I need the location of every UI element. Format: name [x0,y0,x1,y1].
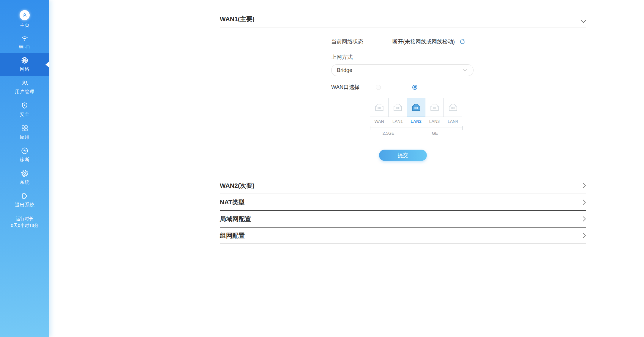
sidebar-item-label: 诊断 [20,157,30,163]
port-lan3[interactable] [425,98,444,117]
refresh-status-button[interactable] [459,38,466,45]
router-admin-page: 主页 Wi-Fi 网络 [0,0,644,337]
section-title: 局域网配置 [220,215,251,223]
wan-port-select-label: WAN口选择 [331,84,376,91]
sidebar-item-label: Wi-Fi [19,44,31,50]
chevron-right-icon [583,233,586,238]
rj45-port-icon [373,102,385,113]
rj45-port-icon [410,102,422,113]
chevron-right-icon [583,183,586,188]
internet-mode-select[interactable]: Bridge [331,64,473,76]
sidebar-item-user-management[interactable]: 用户管理 [0,76,49,98]
lan2-port-radio[interactable] [412,85,417,90]
sidebar-item-network[interactable]: 网络 [0,53,49,76]
section-list: WAN2(次要) NAT类型 局域网配置 组网配置 [220,178,586,244]
globe-icon [21,57,29,64]
rj45-port-icon [429,102,441,113]
section-wan2[interactable]: WAN2(次要) [220,178,586,194]
speed-group-labels: 2.5GE GE [370,131,463,136]
wan1-panel-header[interactable]: WAN1(主要) [220,0,586,27]
sidebar-item-system[interactable]: 系统 [0,166,49,189]
sidebar-item-logout[interactable]: 退出系统 [0,189,49,211]
wifi-icon [21,35,29,42]
rj45-port-icon [447,102,459,113]
uptime-label: 运行时长 [0,215,49,222]
wan-port-radio[interactable] [376,85,381,90]
port-lan2-selected[interactable] [407,98,425,117]
port-label-lan4: LAN4 [443,119,462,124]
section-mesh-config[interactable]: 组网配置 [220,228,586,244]
section-nat-type[interactable]: NAT类型 [220,194,586,211]
section-title: NAT类型 [220,198,245,206]
sidebar-item-label: 网络 [20,66,30,73]
chevron-down-icon[interactable] [581,20,586,23]
network-status-value: 断开(未接网线或网线松动) [392,38,455,45]
sidebar-item-label: 系统 [20,179,30,186]
wan-port-select-row: WAN口选择 [331,84,586,90]
chevron-down-icon [463,69,467,72]
refresh-icon [459,38,466,45]
sidebar-item-home[interactable]: 主页 [0,8,49,31]
sidebar-item-applications[interactable]: 应用 [0,121,49,144]
users-icon [21,79,29,87]
sidebar-item-label: 退出系统 [15,202,34,208]
logout-icon [21,192,29,200]
port-labels: WAN LAN1 LAN2 LAN3 LAN4 [370,119,463,124]
port-label-wan: WAN [370,119,389,124]
sidebar-item-label: 安全 [20,112,30,118]
sidebar-nav: 主页 Wi-Fi 网络 [0,0,49,211]
section-lan-config[interactable]: 局域网配置 [220,211,586,228]
port-label-lan2: LAN2 [407,119,425,124]
chevron-right-icon [583,200,586,205]
sidebar-item-label: 应用 [20,134,30,140]
section-title: 组网配置 [220,231,245,240]
sidebar-item-security[interactable]: 安全 [0,98,49,121]
uptime-value: 0天0小时13分 [0,222,49,229]
port-lan1[interactable] [388,98,407,117]
speed-label-ge: GE [407,131,463,136]
sidebar: 主页 Wi-Fi 网络 [0,0,49,337]
wan1-panel-title: WAN1(主要) [220,15,255,23]
sidebar-item-diagnostics[interactable]: 诊断 [0,144,49,166]
gear-icon [21,170,29,177]
section-title: WAN2(次要) [220,181,255,190]
port-label-lan3: LAN3 [425,119,444,124]
port-selector: WAN LAN1 LAN2 LAN3 LAN4 2.5GE GE [370,98,463,136]
submit-button[interactable]: 提交 [379,150,427,161]
sidebar-item-wifi[interactable]: Wi-Fi [0,31,49,53]
main-content: WAN1(主要) 当前网络状态 断开(未接网线或网线松动) 上网方式 [220,0,586,244]
sidebar-item-label: 主页 [20,22,30,29]
internet-mode-value: Bridge [337,67,352,73]
port-label-lan1: LAN1 [388,119,407,124]
port-boxes [370,98,463,117]
active-item-caret [45,61,49,68]
network-status-label: 当前网络状态 [331,38,392,45]
port-lan4[interactable] [443,98,462,117]
speed-label-2-5ge: 2.5GE [370,131,407,136]
sidebar-item-label: 用户管理 [15,89,34,95]
network-status-row: 当前网络状态 断开(未接网线或网线松动) [331,38,586,45]
apps-grid-icon [21,124,29,132]
home-user-icon [20,10,30,20]
wan1-form: 当前网络状态 断开(未接网线或网线松动) 上网方式 Bridge [331,38,586,136]
speed-group-bracket [370,126,463,130]
internet-mode-row: 上网方式 [331,54,586,61]
port-wan[interactable] [370,98,389,117]
shield-star-icon [21,102,29,109]
internet-mode-label: 上网方式 [331,54,353,61]
chevron-right-icon [583,216,586,222]
diagnostics-icon [21,147,29,155]
uptime-block: 运行时长 0天0小时13分 [0,215,49,229]
rj45-port-icon [392,102,404,113]
